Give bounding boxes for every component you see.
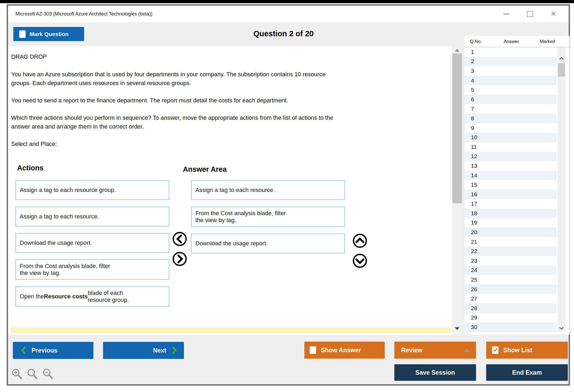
question-number: 3	[465, 68, 489, 74]
question-row[interactable]: 5	[465, 85, 557, 95]
zoom-in-icon[interactable]	[11, 368, 23, 380]
question-row[interactable]: 30	[465, 322, 557, 332]
question-number: 24	[465, 267, 489, 273]
answer-area-item[interactable]: Assign a tag to each resource.	[191, 180, 345, 200]
question-row[interactable]: 23	[465, 256, 557, 266]
question-number: 26	[465, 286, 489, 293]
review-button[interactable]: Review	[394, 342, 476, 359]
question-number: 27	[465, 295, 489, 302]
question-number: 14	[465, 172, 489, 179]
move-down-button[interactable]	[352, 253, 367, 268]
question-row[interactable]: 26	[465, 285, 557, 294]
question-number: 16	[465, 191, 489, 198]
green-chevron-right-icon	[172, 346, 177, 354]
next-button[interactable]: Next	[103, 342, 184, 359]
show-list-button[interactable]: Show List	[486, 342, 568, 359]
top-black-strip	[0, 0, 574, 3]
question-row[interactable]: 13	[465, 161, 557, 171]
question-row[interactable]: 29	[465, 313, 557, 323]
answer-area-item[interactable]: From the Cost analysis blade, filter the…	[191, 207, 345, 227]
minimize-icon	[504, 14, 509, 14]
question-row[interactable]: 9	[465, 123, 557, 133]
question-text: DRAG DROP You have an Azure subscription…	[11, 52, 444, 148]
question-number: 29	[465, 314, 489, 321]
question-number: 11	[465, 144, 489, 150]
zoom-reset-icon[interactable]	[27, 368, 39, 380]
window-title: Microsoft AZ-303 (Microsoft Azure Archit…	[15, 11, 152, 17]
select-and-place-label: Select and Place:	[11, 139, 444, 148]
question-row[interactable]: 14	[465, 171, 557, 180]
question-number: 13	[465, 163, 489, 169]
question-number: 21	[465, 239, 489, 245]
scroll-up-chevron-icon[interactable]	[559, 57, 564, 60]
action-option[interactable]: Assign a tag to each resource group.	[15, 180, 169, 200]
move-up-button[interactable]	[352, 233, 367, 248]
minimize-button[interactable]	[502, 10, 510, 18]
exam-application: Microsoft AZ-303 (Microsoft Azure Archit…	[0, 0, 574, 392]
green-chevron-left-icon	[21, 346, 26, 354]
question-row[interactable]: 24	[465, 266, 557, 275]
question-row[interactable]: 16	[465, 190, 557, 199]
maximize-button[interactable]	[526, 10, 534, 18]
question-number: 5	[465, 87, 489, 93]
question-list-scrollbar[interactable]	[557, 47, 565, 332]
question-row[interactable]: 3	[465, 66, 557, 76]
action-option[interactable]: From the Cost analysis blade, filter the…	[15, 259, 169, 280]
question-row[interactable]: 10	[465, 133, 557, 142]
action-option[interactable]: Assign a tag to each resource.	[15, 207, 169, 226]
scroll-down-arrow-icon[interactable]	[455, 327, 459, 330]
action-option[interactable]: Open the Resource costs blade of each re…	[15, 286, 169, 307]
end-exam-button[interactable]: End Exam	[486, 364, 568, 381]
question-number: 20	[465, 229, 489, 235]
question-row[interactable]: 25	[465, 275, 557, 285]
show-answer-label: Show Answer	[321, 347, 361, 354]
highlighted-strip	[11, 327, 451, 333]
question-row[interactable]: 11	[465, 142, 557, 152]
question-row[interactable]: 12	[465, 152, 557, 161]
question-row[interactable]: 22	[465, 246, 557, 256]
question-number: 22	[465, 248, 489, 254]
content-scrollbar-thumb[interactable]	[452, 53, 462, 203]
column-answer: Answer	[495, 39, 527, 44]
question-row[interactable]: 28	[465, 303, 557, 313]
save-session-button[interactable]: Save Session	[394, 364, 476, 381]
question-row[interactable]: 2	[465, 57, 557, 66]
question-list-header: Q No. Answer Marked	[465, 36, 570, 47]
question-list-scrollbar-thumb[interactable]	[558, 63, 565, 77]
mark-question-label: Mark Question	[30, 31, 69, 37]
close-button[interactable]: ✕	[549, 10, 557, 18]
move-left-button[interactable]	[172, 231, 187, 246]
question-row[interactable]: 4	[465, 76, 557, 85]
check-icon	[493, 348, 498, 353]
question-number: 2	[465, 58, 489, 65]
question-row[interactable]: 8	[465, 114, 557, 123]
mark-question-button[interactable]: Mark Question	[13, 27, 84, 41]
question-row[interactable]: 15	[465, 180, 557, 190]
question-number: 4	[465, 77, 489, 84]
question-number: 9	[465, 125, 489, 131]
show-answer-checkbox-icon	[310, 346, 316, 354]
scroll-down-chevron-icon[interactable]	[559, 327, 564, 330]
move-right-button[interactable]	[172, 251, 187, 266]
scroll-up-arrow-icon[interactable]	[455, 49, 459, 52]
question-row[interactable]: 1	[465, 47, 557, 57]
question-row[interactable]: 18	[465, 209, 557, 218]
question-number: 7	[465, 106, 489, 112]
question-row[interactable]: 19	[465, 218, 557, 228]
show-answer-button[interactable]: Show Answer	[304, 342, 385, 359]
answer-area-item[interactable]: Download the usage report.	[191, 234, 345, 253]
answer-area-column-title: Answer Area	[183, 165, 227, 174]
previous-button[interactable]: Previous	[13, 342, 93, 359]
save-session-label: Save Session	[415, 369, 455, 376]
question-number: 17	[465, 201, 489, 207]
zoom-out-icon[interactable]	[42, 368, 54, 380]
question-row[interactable]: 20	[465, 227, 557, 237]
question-row[interactable]: 7	[465, 104, 557, 114]
question-row[interactable]: 21	[465, 237, 557, 247]
question-row[interactable]: 6	[465, 95, 557, 104]
question-paragraph: You have an Azure subscription that is u…	[11, 70, 444, 87]
question-row[interactable]: 27	[465, 294, 557, 303]
question-row[interactable]: 17	[465, 199, 557, 209]
action-option[interactable]: Download the usage report.	[15, 233, 169, 253]
actions-column-title: Actions	[17, 164, 44, 172]
